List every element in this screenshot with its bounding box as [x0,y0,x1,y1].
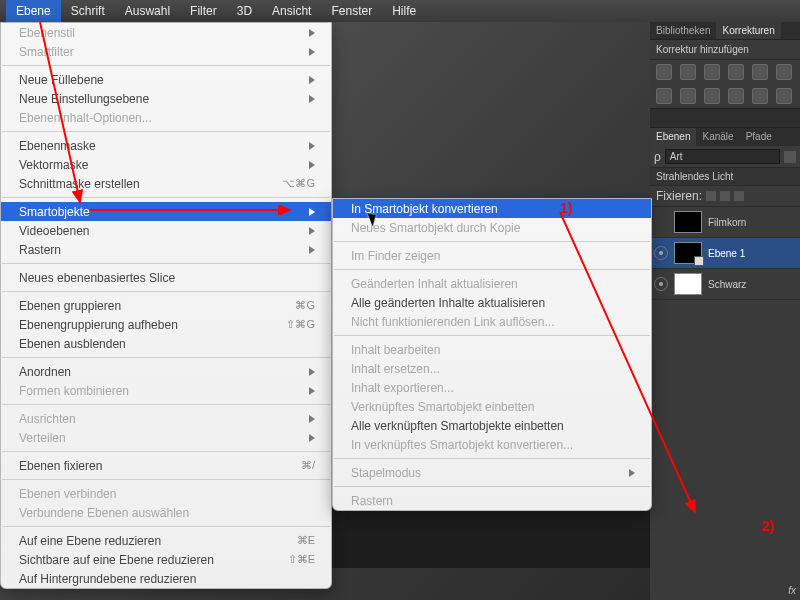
submenu-arrow-icon [309,243,315,257]
ebene-menu-separator [2,479,330,480]
layer-row-ebene1[interactable]: Ebene 1 [650,238,800,269]
ebene-menu-item: Verbundene Ebenen auswählen [1,503,331,522]
ebene-menu-item[interactable]: Auf eine Ebene reduzieren⌘E [1,531,331,550]
layer-name[interactable]: Ebene 1 [708,248,745,259]
smartobjekte-menu-item: Geänderten Inhalt aktualisieren [333,274,651,293]
submenu-arrow-icon [309,224,315,238]
menu-auswahl[interactable]: Auswahl [115,0,180,22]
submenu-arrow-icon [309,365,315,379]
menu-ebene[interactable]: Ebene [6,0,61,22]
menu-item-label: Rastern [19,243,61,257]
menu-item-label: Ausrichten [19,412,76,426]
menu-item-label: Sichtbare auf eine Ebene reduzieren [19,553,214,567]
layer-hidden-row[interactable]: Filmkorn [650,207,800,238]
lock-icon[interactable] [720,191,730,201]
submenu-arrow-icon [309,73,315,87]
visibility-icon[interactable] [654,277,668,291]
adjust-icon[interactable] [656,64,672,80]
menu-ansicht[interactable]: Ansicht [262,0,321,22]
ebene-menu-item[interactable]: Rastern [1,240,331,259]
ebene-menu-item[interactable]: Neue Einstellungsebene [1,89,331,108]
menu-item-label: Neues ebenenbasiertes Slice [19,271,175,285]
menu-item-label: Ebenengruppierung aufheben [19,318,178,332]
ebene-menu-item[interactable]: Videoebenen [1,221,331,240]
layer-name[interactable]: Schwarz [708,279,746,290]
ebene-menu-item: Ebeneninhalt-Optionen... [1,108,331,127]
filter-icon[interactable] [784,151,796,163]
menu-item-label: Vektormaske [19,158,88,172]
adjust-icon[interactable] [680,88,696,104]
adjust-icon[interactable] [704,64,720,80]
adjust-subtitle: Korrektur hinzufügen [650,40,800,60]
menu-hilfe[interactable]: Hilfe [382,0,426,22]
kind-select[interactable]: Art [665,149,780,164]
ebene-menu-item[interactable]: Ebenen fixieren⌘/ [1,456,331,475]
tab-pfade[interactable]: Pfade [740,128,778,146]
ebene-menu-item[interactable]: Sichtbare auf eine Ebene reduzieren⇧⌘E [1,550,331,569]
visibility-icon[interactable] [654,246,668,260]
ebene-menu-item[interactable]: Ebenen ausblenden [1,334,331,353]
layer-group[interactable]: Strahlendes Licht [650,168,800,186]
tab-ebenen[interactable]: Ebenen [650,128,696,146]
ebene-menu-item[interactable]: Schnittmaske erstellen⌥⌘G [1,174,331,193]
ebene-menu-item[interactable]: Anordnen [1,362,331,381]
tab-korrekturen[interactable]: Korrekturen [716,22,780,39]
smartobjekte-menu-item: Rastern [333,491,651,510]
ebene-menu-item[interactable]: Ebenengruppierung aufheben⇧⌘G [1,315,331,334]
submenu-arrow-icon [309,139,315,153]
smartobjekte-menu-item[interactable]: In Smartobjekt konvertieren [333,199,651,218]
menu-item-label: Neue Einstellungsebene [19,92,149,106]
ebene-menu-separator [2,526,330,527]
submenu-arrow-icon [309,92,315,106]
ebene-menu-separator [2,451,330,452]
menu-item-label: Inhalt ersetzen... [351,362,440,376]
ebene-menu-item[interactable]: Ebenen gruppieren⌘G [1,296,331,315]
adjust-icon[interactable] [776,64,792,80]
menu-item-label: Alle geänderten Inhalte aktualisieren [351,296,545,310]
smartobjekte-menu-item: Inhalt bearbeiten [333,340,651,359]
submenu-arrow-icon [309,158,315,172]
smartobjekte-menu-item[interactable]: Alle verknüpften Smartobjekte einbetten [333,416,651,435]
adjust-icon[interactable] [680,64,696,80]
menu-item-label: Rastern [351,494,393,508]
menu-filter[interactable]: Filter [180,0,227,22]
ebene-menu-item[interactable]: Auf Hintergrundebene reduzieren [1,569,331,588]
tab-bibliotheken[interactable]: Bibliotheken [650,22,716,39]
ebene-dropdown: EbenenstilSmartfilterNeue FüllebeneNeue … [0,22,332,589]
menu-item-label: Ebenenstil [19,26,75,40]
ebene-menu-item[interactable]: Ebenenmaske [1,136,331,155]
keyboard-shortcut: ⌘/ [281,459,315,472]
layer-row-schwarz[interactable]: Schwarz [650,269,800,300]
ebene-menu-item[interactable]: Smartobjekte [1,202,331,221]
ebene-menu-item[interactable]: Vektormaske [1,155,331,174]
adjust-icon[interactable] [728,64,744,80]
fx-label: fx [788,585,796,596]
lock-icon[interactable] [706,191,716,201]
app-menubar: Ebene Schrift Auswahl Filter 3D Ansicht … [0,0,800,22]
adjust-icon[interactable] [752,88,768,104]
menu-item-label: Alle verknüpften Smartobjekte einbetten [351,419,564,433]
lock-icon[interactable] [734,191,744,201]
ebene-menu-item: Ebenen verbinden [1,484,331,503]
menu-item-label: Anordnen [19,365,71,379]
smartobjekte-menu-item: Nicht funktionierenden Link auflösen... [333,312,651,331]
menu-item-label: Stapelmodus [351,466,421,480]
adjust-icon[interactable] [656,88,672,104]
adjust-icon[interactable] [776,88,792,104]
adjust-icon[interactable] [752,64,768,80]
menu-fenster[interactable]: Fenster [321,0,382,22]
ebene-menu-item[interactable]: Neues ebenenbasiertes Slice [1,268,331,287]
smartobjekte-submenu: In Smartobjekt konvertierenNeues Smartob… [332,198,652,511]
submenu-arrow-icon [309,384,315,398]
menu-schrift[interactable]: Schrift [61,0,115,22]
smartobjekte-menu-item[interactable]: Alle geänderten Inhalte aktualisieren [333,293,651,312]
tab-kanaele[interactable]: Kanäle [696,128,739,146]
adjust-icon[interactable] [704,88,720,104]
menu-item-label: In Smartobjekt konvertieren [351,202,498,216]
adjust-icon[interactable] [728,88,744,104]
menu-3d[interactable]: 3D [227,0,262,22]
ebene-menu-item[interactable]: Neue Füllebene [1,70,331,89]
ebene-menu-item: Smartfilter [1,42,331,61]
smartobjekte-menu-separator [334,458,650,459]
ebene-menu-separator [2,291,330,292]
